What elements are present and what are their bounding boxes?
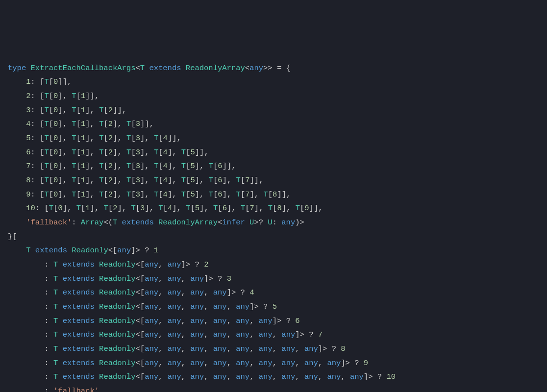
- code-line: 'fallback': Array<(T extends ReadonlyArr…: [8, 216, 539, 230]
- code-line: : T extends Readonly<[any, any]> ? 2: [8, 258, 539, 272]
- code-line: 6: [T[0], T[1], T[2], T[3], T[4], T[5]],: [8, 146, 539, 160]
- code-line: : 'fallback': [8, 384, 539, 392]
- code-line: 3: [T[0], T[1], T[2]],: [8, 103, 539, 118]
- code-line: 5: [T[0], T[1], T[2], T[3], T[4]],: [8, 131, 539, 146]
- code-line: type ExtractEachCallbackArgs<T extends R…: [8, 61, 539, 75]
- code-line: 8: [T[0], T[1], T[2], T[3], T[4], T[5], …: [8, 173, 539, 188]
- code-line: T extends Readonly<[any]> ? 1: [8, 244, 539, 258]
- code-line: : T extends Readonly<[any, any, any, any…: [8, 314, 539, 328]
- code-line: }[: [8, 230, 539, 244]
- code-line: 9: [T[0], T[1], T[2], T[3], T[4], T[5], …: [8, 188, 539, 202]
- code-line: : T extends Readonly<[any, any, any, any…: [8, 300, 539, 314]
- code-line: : T extends Readonly<[any, any, any, any…: [8, 286, 539, 300]
- code-line: 2: [T[0], T[1]],: [8, 89, 539, 103]
- code-line: : T extends Readonly<[any, any, any, any…: [8, 356, 539, 370]
- code-line: : T extends Readonly<[any, any, any]> ? …: [8, 272, 539, 286]
- code-line: : T extends Readonly<[any, any, any, any…: [8, 328, 539, 342]
- code-line: 1: [T[0]],: [8, 75, 539, 89]
- code-line: : T extends Readonly<[any, any, any, any…: [8, 370, 539, 384]
- code-editor[interactable]: type ExtractEachCallbackArgs<T extends R…: [8, 61, 539, 392]
- code-line: 4: [T[0], T[1], T[2], T[3]],: [8, 117, 539, 131]
- code-line: 7: [T[0], T[1], T[2], T[3], T[4], T[5], …: [8, 159, 539, 173]
- code-line: : T extends Readonly<[any, any, any, any…: [8, 342, 539, 356]
- code-line: 10: [T[0], T[1], T[2], T[3], T[4], T[5],…: [8, 201, 539, 216]
